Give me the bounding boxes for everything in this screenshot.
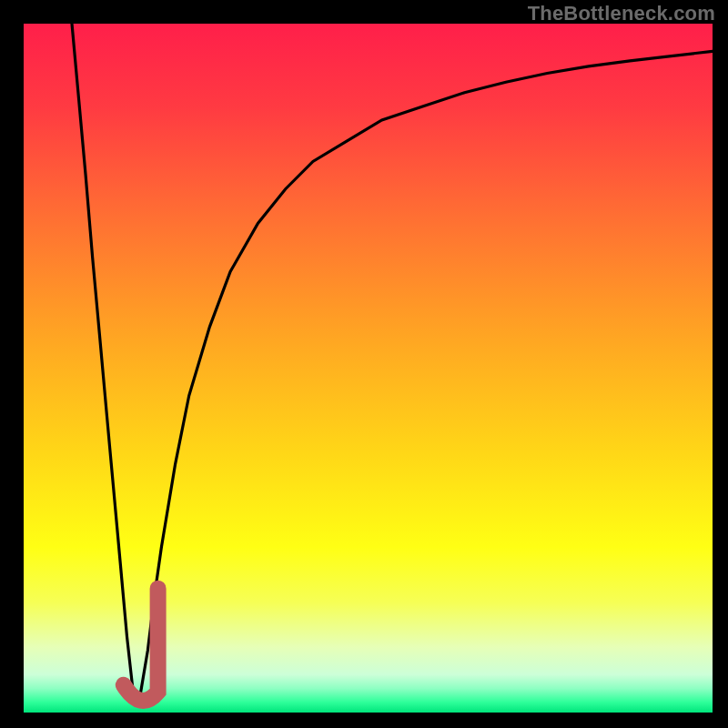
outer-frame: TheBottleneck.com <box>0 0 728 728</box>
watermark-text: TheBottleneck.com <box>528 2 715 25</box>
plot-area <box>24 24 713 713</box>
bottleneck-curve <box>72 24 713 699</box>
chart-curves <box>24 24 713 713</box>
